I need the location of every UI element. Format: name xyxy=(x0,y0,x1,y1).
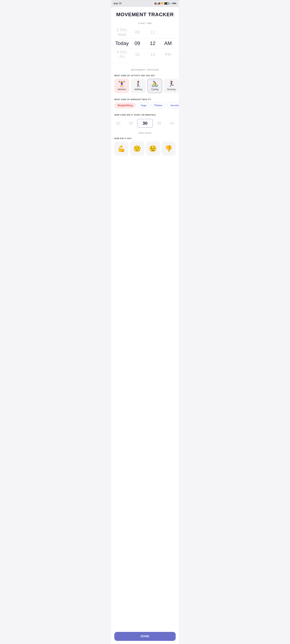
svg-rect-0 xyxy=(119,3,121,4)
battery-percent: 66% xyxy=(172,2,176,4)
feelings-question: HOW DID IT GO? xyxy=(111,136,179,141)
wifi-icon: 📶 xyxy=(161,2,164,5)
walking-label: Walking xyxy=(134,88,142,90)
duration-scroll[interactable]: 20 25 30 35 40 xyxy=(111,117,179,129)
camera-icon xyxy=(119,2,122,5)
bad-emoji: 👎 xyxy=(165,145,172,152)
svg-rect-5 xyxy=(158,3,159,4)
time-col-date-above: 2 Oct, Wed xyxy=(114,27,130,38)
chip-yoga[interactable]: Yoga xyxy=(138,102,150,108)
movement-tracker-section-title: MOVEMENT TRACKER xyxy=(111,67,179,73)
cycling-emoji: 🚴 xyxy=(151,81,158,87)
activity-card-cycling[interactable]: 🚴 Cycling xyxy=(147,78,162,93)
activity-card-walking[interactable]: 🚶‍♀️ Walking xyxy=(131,78,146,93)
emoji-card-good[interactable]: 🙂 xyxy=(130,142,144,156)
time-col-date-below: 4 Oct, Fri xyxy=(114,49,130,60)
time-col-minute[interactable]: 12 xyxy=(145,40,160,47)
running-emoji: 🏃‍♀️ xyxy=(168,81,175,87)
walking-emoji: 🚶‍♀️ xyxy=(135,81,142,87)
activity-question: WHAT KIND OF ACTIVITY DID YOU DO? xyxy=(111,73,179,78)
muted-icon: 🔕 xyxy=(154,2,156,5)
emoji-card-strong[interactable]: 💪 xyxy=(114,142,128,156)
time-col-hour-above: 08 xyxy=(130,29,145,36)
duration-20[interactable]: 20 xyxy=(112,120,124,127)
tired-emoji: 😟 xyxy=(149,145,157,152)
chip-aerobics[interactable]: Aerobics xyxy=(167,102,179,108)
duration-30[interactable]: 30 xyxy=(137,119,153,128)
duration-25[interactable]: 25 xyxy=(124,120,137,127)
time-col-minute-above: 11 xyxy=(145,29,160,36)
status-time: 9:12 xyxy=(114,2,118,5)
time-col-date[interactable]: Today xyxy=(114,40,130,47)
emoji-card-bad[interactable]: 👎 xyxy=(162,142,176,156)
time-col-hour[interactable]: 09 xyxy=(130,40,145,47)
status-bar: 9:12 🔕 📶 xyxy=(111,0,179,7)
chips-scroll: Weightlifting Yoga Pilates Aerobics Step… xyxy=(111,102,179,109)
cycling-label: Cycling xyxy=(151,88,158,90)
chip-weightlifting[interactable]: Weightlifting xyxy=(114,102,136,108)
feelings-title: FEELINGS xyxy=(111,129,179,136)
signal-icon xyxy=(157,2,160,5)
workout-question: WHAT KIND OF WORKOUT WAS IT? xyxy=(111,96,179,102)
time-col-ampm-above xyxy=(160,32,176,33)
svg-text:🔕: 🔕 xyxy=(154,2,156,4)
time-col-ampm-below: PM xyxy=(160,52,176,58)
status-left: 9:12 xyxy=(114,2,122,5)
time-picker-above: 2 Oct, Wed 08 11 xyxy=(114,26,176,38)
battery-dot xyxy=(171,3,172,4)
app-title: MOVEMENT TRACKER xyxy=(111,7,179,19)
done-button[interactable]: DONE xyxy=(114,632,176,641)
duration-35[interactable]: 35 xyxy=(153,120,166,127)
time-picker-current[interactable]: Today 09 12 AM xyxy=(114,38,176,48)
main-content: MOVEMENT TRACKER START TIME 2 Oct, Wed 0… xyxy=(111,7,179,644)
svg-text:📶: 📶 xyxy=(161,2,164,4)
duration-question: HOW LONG DID IT TAKE? (IN MINUTES) xyxy=(111,112,179,117)
svg-rect-6 xyxy=(159,2,160,4)
svg-rect-3 xyxy=(157,4,158,4)
chip-pilates[interactable]: Pilates xyxy=(151,102,166,108)
svg-rect-4 xyxy=(158,3,158,4)
svg-rect-7 xyxy=(160,2,160,4)
workout-label: Workout xyxy=(118,88,126,90)
strong-emoji: 💪 xyxy=(118,145,125,152)
time-col-ampm[interactable]: AM xyxy=(160,40,176,47)
time-col-hour-below: 10 xyxy=(130,52,145,58)
running-label: Running xyxy=(167,88,175,90)
workout-emoji: 🏋️‍♀️ xyxy=(118,81,125,87)
battery-tip xyxy=(170,3,170,4)
start-time-label: START TIME xyxy=(111,22,179,24)
good-emoji: 🙂 xyxy=(133,145,141,152)
time-picker[interactable]: 2 Oct, Wed 08 11 Today 09 12 AM 4 Oct, F… xyxy=(111,26,179,60)
activity-card-workout[interactable]: 🏋️‍♀️ Workout xyxy=(114,78,129,93)
activity-card-running[interactable]: 🏃‍♀️ Running xyxy=(164,78,179,93)
time-col-minute-below: 13 xyxy=(145,52,160,58)
activity-scroll: 🏋️‍♀️ Workout 🚶‍♀️ Walking 🚴 Cycling 🏃‍♀… xyxy=(111,78,179,94)
battery-icon xyxy=(164,2,169,4)
emoji-card-tired[interactable]: 😟 xyxy=(146,142,160,156)
time-picker-below: 4 Oct, Fri 10 13 PM xyxy=(114,48,176,60)
duration-40[interactable]: 40 xyxy=(166,120,178,127)
emoji-scroll: 💪 🙂 😟 👎 xyxy=(111,141,179,156)
status-right: 🔕 📶 66% xyxy=(154,2,176,5)
